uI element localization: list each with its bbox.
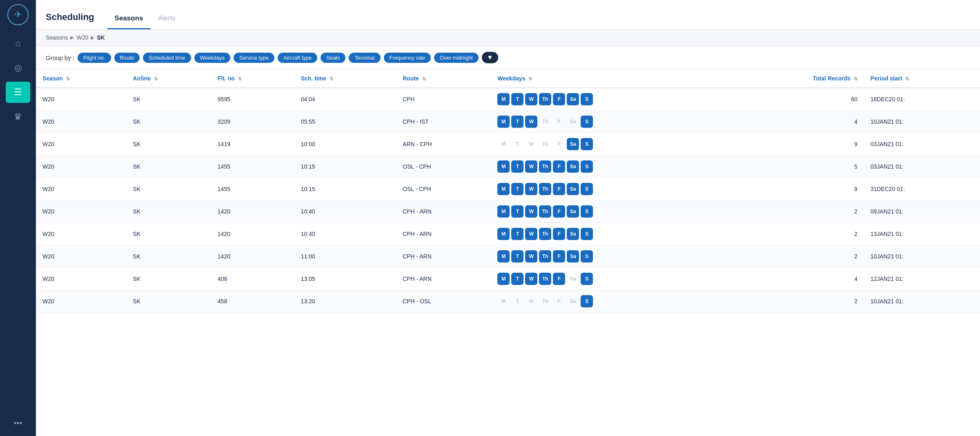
day-pill-sa: Sa xyxy=(567,160,579,173)
cell-weekdays: MTWThFSaS xyxy=(491,133,735,156)
col-weekdays[interactable]: Weekdays ⇅ xyxy=(491,69,735,88)
groupby-btn-route[interactable]: Route xyxy=(114,53,140,63)
day-pill-s: S xyxy=(581,116,593,128)
cell-airline: SK xyxy=(126,223,211,245)
table-row[interactable]: W20SK145510:15OSL - CPHMTWThFSaS503JAN21… xyxy=(36,156,980,178)
groupby-btn-flightno[interactable]: Flight no. xyxy=(78,53,111,63)
table-header-row: Season ⇅ Airline ⇅ Flt. no ⇅ Sch. time ⇅ xyxy=(36,69,980,88)
cell-total-records: 9 xyxy=(735,178,864,200)
table-row[interactable]: W20SK320905:55CPH - ISTMTWThFSaS410JAN21… xyxy=(36,111,980,133)
sort-periodstart-icon: ⇅ xyxy=(905,76,909,81)
breadcrumb-w20[interactable]: W20 xyxy=(76,34,88,41)
groupby-btn-scheduledtime[interactable]: Scheduled time xyxy=(143,53,191,63)
table-row[interactable]: W20SK142010:40CPH - ARNMTWThFSaS209JAN21… xyxy=(36,200,980,223)
cell-season: W20 xyxy=(36,245,126,268)
sidebar-more[interactable]: ••• xyxy=(13,418,22,428)
cell-route: CPH - ARN xyxy=(396,223,491,245)
table-row[interactable]: W20SK40613:05CPH - ARNMTWThFSaS412JAN21 … xyxy=(36,268,980,290)
cell-flt-no: 1419 xyxy=(211,133,294,156)
col-sch-time[interactable]: Sch. time ⇅ xyxy=(294,69,396,88)
sidebar-item-crown[interactable]: ♛ xyxy=(6,106,30,127)
cell-period-start: 31DEC20 01: xyxy=(864,178,980,200)
cell-sch-time: 11:00 xyxy=(294,245,396,268)
cell-total-records: 4 xyxy=(735,111,864,133)
sort-airline-icon: ⇅ xyxy=(154,76,158,81)
cell-total-records: 2 xyxy=(735,223,864,245)
cell-flt-no: 1420 xyxy=(211,200,294,223)
cell-period-start: 09JAN21 01: xyxy=(864,200,980,223)
sidebar: ✈ ⌂ ◎ ☰ ♛ ••• xyxy=(0,0,36,436)
day-pill-f: F xyxy=(553,295,565,307)
table-row[interactable]: W20SK45813:20CPH - OSLMTWThFSaS210JAN21 … xyxy=(36,290,980,313)
cell-weekdays: MTWThFSaS xyxy=(491,88,735,111)
cell-route: CPH - IST xyxy=(396,111,491,133)
breadcrumb-sep-1: ▶ xyxy=(70,35,74,40)
tab-seasons[interactable]: Seasons xyxy=(107,11,151,29)
groupby-dropdown-btn[interactable]: ▼ xyxy=(482,52,498,63)
groupby-btn-servicetype[interactable]: Service type xyxy=(234,53,274,63)
day-pill-m: M xyxy=(497,160,510,173)
table-row[interactable]: W20SK142011:00CPH - ARNMTWThFSaS210JAN21… xyxy=(36,245,980,268)
cell-total-records: 4 xyxy=(735,268,864,290)
breadcrumb-seasons[interactable]: Seasons xyxy=(46,34,68,41)
col-flt-no[interactable]: Flt. no ⇅ xyxy=(211,69,294,88)
day-pill-s: S xyxy=(581,183,593,195)
cell-period-start: 12JAN21 01: xyxy=(864,268,980,290)
breadcrumb-sep-2: ▶ xyxy=(91,35,94,40)
cell-total-records: 2 xyxy=(735,200,864,223)
day-pill-s: S xyxy=(581,205,593,218)
groupby-btn-overmidnight[interactable]: Over midnight xyxy=(434,53,479,63)
cell-flt-no: 9595 xyxy=(211,88,294,111)
cell-route: CPH - ARN xyxy=(396,200,491,223)
cell-season: W20 xyxy=(36,178,126,200)
day-pill-m: M xyxy=(497,228,510,240)
table-row[interactable]: W20SK145510:15OSL - CPHMTWThFSaS931DEC20… xyxy=(36,178,980,200)
day-pill-w: W xyxy=(525,160,537,173)
cell-airline: SK xyxy=(126,178,211,200)
day-pill-w: W xyxy=(525,295,537,307)
col-period-start[interactable]: Period start ⇅ xyxy=(864,69,980,88)
day-pill-t: T xyxy=(511,228,523,240)
tab-alerts[interactable]: Alerts xyxy=(151,11,183,29)
cell-weekdays: MTWThFSaS xyxy=(491,200,735,223)
cell-route: OSL - CPH xyxy=(396,178,491,200)
groupby-btn-aircrafttype[interactable]: Aircraft type xyxy=(278,53,317,63)
sort-totalrecords-icon: ⇅ xyxy=(854,76,858,81)
col-route[interactable]: Route ⇅ xyxy=(396,69,491,88)
day-pill-f: F xyxy=(553,273,565,285)
col-total-records[interactable]: Total Records ⇅ xyxy=(735,69,864,88)
cell-weekdays: MTWThFSaS xyxy=(491,268,735,290)
day-pill-t: T xyxy=(511,273,523,285)
cell-sch-time: 10:40 xyxy=(294,223,396,245)
cell-airline: SK xyxy=(126,290,211,313)
sidebar-item-list[interactable]: ☰ xyxy=(6,82,30,103)
day-pill-w: W xyxy=(525,116,537,128)
cell-period-start: 10JAN21 01: xyxy=(864,245,980,268)
day-pill-sa: Sa xyxy=(567,273,579,285)
cell-sch-time: 10:00 xyxy=(294,133,396,156)
day-pill-th: Th xyxy=(539,228,551,240)
groupby-btn-weekdays[interactable]: Weekdays xyxy=(194,53,230,63)
table-row[interactable]: W20SK141910:00ARN - CPHMTWThFSaS903JAN21… xyxy=(36,133,980,156)
cell-weekdays: MTWThFSaS xyxy=(491,290,735,313)
day-pill-t: T xyxy=(511,93,523,105)
day-pill-th: Th xyxy=(539,116,551,128)
cell-period-start: 10JAN21 01: xyxy=(864,111,980,133)
monitor-icon: ◎ xyxy=(14,62,22,73)
day-pill-s: S xyxy=(581,273,593,285)
groupby-btn-seats[interactable]: Seats xyxy=(321,53,345,63)
table-row[interactable]: W20SK142010:40CPH - ARNMTWThFSaS213JAN21… xyxy=(36,223,980,245)
day-pill-w: W xyxy=(525,93,537,105)
col-season[interactable]: Season ⇅ xyxy=(36,69,126,88)
groupby-btn-frequencyrate[interactable]: Frequency rate xyxy=(384,53,431,63)
sidebar-logo[interactable]: ✈ xyxy=(7,4,29,25)
col-airline[interactable]: Airline ⇅ xyxy=(126,69,211,88)
cell-sch-time: 13:05 xyxy=(294,268,396,290)
cell-airline: SK xyxy=(126,245,211,268)
sidebar-item-monitor[interactable]: ◎ xyxy=(6,57,30,78)
table-row[interactable]: W20SK959504:04CPHMTWThFSaS6016DEC20 01: xyxy=(36,88,980,111)
sidebar-item-home[interactable]: ⌂ xyxy=(6,33,30,54)
day-pill-w: W xyxy=(525,273,537,285)
day-pill-sa: Sa xyxy=(567,295,579,307)
groupby-btn-terminal[interactable]: Terminal xyxy=(349,53,380,63)
